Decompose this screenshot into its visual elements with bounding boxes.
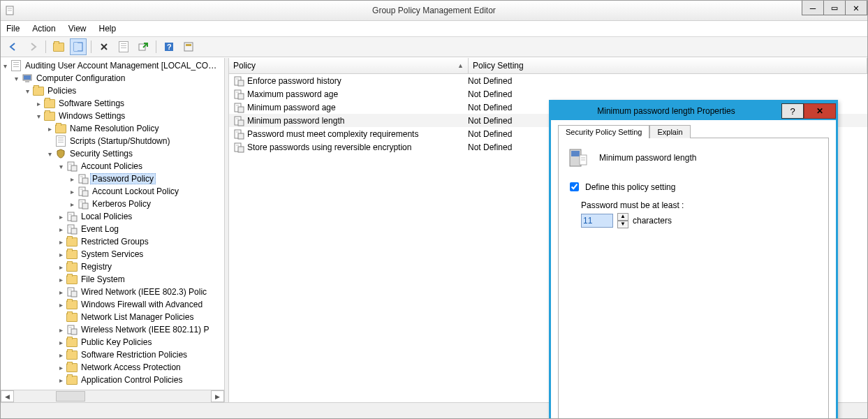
- tree-node[interactable]: ▸Software Settings: [1, 97, 225, 110]
- doc-icon: [55, 135, 66, 147]
- scroll-left-button[interactable]: ◀: [1, 390, 14, 402]
- tree-node[interactable]: ▸Software Restriction Policies: [1, 348, 225, 361]
- list-header: Policy ▲ Policy Setting: [229, 58, 867, 74]
- dialog-help-button[interactable]: ?: [781, 103, 804, 119]
- policy-icon: [233, 89, 244, 100]
- tree-node[interactable]: ▸Event Log: [1, 223, 225, 235]
- svg-rect-26: [71, 216, 77, 221]
- tree-node[interactable]: ▾Windows Settings: [1, 110, 225, 122]
- svg-rect-9: [186, 44, 191, 46]
- tree-node[interactable]: Scripts (Startup/Shutdown): [1, 135, 225, 147]
- tree-node[interactable]: ▸Kerberos Policy: [1, 198, 225, 210]
- pol-icon: [78, 173, 89, 184]
- svg-rect-53: [238, 147, 244, 152]
- pc-icon: [22, 73, 33, 84]
- folder-icon: [66, 236, 78, 247]
- pol-icon: [66, 286, 78, 297]
- sort-asc-icon: ▲: [457, 62, 464, 69]
- maximize-button[interactable]: ▭: [823, 1, 846, 15]
- dialog-close-button[interactable]: ✕: [804, 103, 836, 119]
- col-policy-setting[interactable]: Policy Setting: [469, 58, 867, 73]
- tree-node[interactable]: ▸Password Policy: [1, 172, 225, 185]
- policy-icon: [233, 142, 244, 153]
- svg-rect-47: [238, 120, 244, 126]
- tab-security-policy-setting[interactable]: Security Policy Setting: [558, 125, 649, 138]
- unit-label: characters: [633, 216, 672, 226]
- folder-icon: [66, 374, 78, 385]
- tree-node[interactable]: ▾Policies: [1, 84, 225, 97]
- menu-file[interactable]: File: [6, 24, 20, 34]
- pol-icon: [66, 223, 78, 235]
- rule-label: Password must be at least :: [581, 200, 820, 210]
- spin-down-button[interactable]: ▼: [617, 221, 628, 228]
- delete-button[interactable]: [96, 38, 112, 55]
- policy-name-label: Minimum password length: [599, 153, 696, 163]
- tree-node[interactable]: ▸Registry: [1, 260, 225, 273]
- svg-rect-38: [238, 80, 244, 86]
- dialog-title: Minimum password length Properties: [551, 106, 781, 116]
- menu-help[interactable]: Help: [99, 24, 117, 34]
- scroll-right-button[interactable]: ▶: [211, 390, 224, 402]
- properties-button[interactable]: [115, 38, 132, 55]
- folder-icon: [66, 311, 78, 323]
- tree-node[interactable]: ▸Local Policies: [1, 210, 225, 223]
- menu-view[interactable]: View: [68, 24, 87, 34]
- tree-node[interactable]: ▸Account Lockout Policy: [1, 185, 225, 198]
- dialog-titlebar[interactable]: Minimum password length Properties ? ✕: [551, 102, 836, 120]
- folder-icon: [66, 362, 78, 373]
- spin-up-button[interactable]: ▲: [617, 213, 628, 221]
- min-length-input[interactable]: [581, 214, 613, 228]
- tree-node[interactable]: ▸Application Control Policies: [1, 374, 225, 386]
- tab-explain[interactable]: Explain: [649, 125, 690, 138]
- filter-button[interactable]: [180, 38, 197, 55]
- tree-node[interactable]: ▸File System: [1, 273, 225, 286]
- tree-root[interactable]: ▾ Auditing User Account Management [LOCA…: [1, 59, 225, 72]
- tree-node[interactable]: ▸Windows Firewall with Advanced: [1, 298, 225, 311]
- tree-node[interactable]: ▸Network Access Protection: [1, 361, 225, 374]
- folder-icon: [44, 98, 55, 109]
- col-policy[interactable]: Policy ▲: [229, 58, 469, 73]
- svg-text:?: ?: [167, 43, 172, 51]
- tree-node[interactable]: Network List Manager Policies: [1, 311, 225, 323]
- folder-icon: [44, 110, 55, 122]
- scroll-hbar[interactable]: [14, 391, 211, 402]
- tree-node[interactable]: ▸Name Resolution Policy: [1, 122, 225, 135]
- pol-icon: [66, 324, 78, 335]
- tree-node[interactable]: ▸Wireless Network (IEEE 802.11) P: [1, 323, 225, 336]
- tree-node[interactable]: ▸Public Key Policies: [1, 336, 225, 348]
- show-tree-button[interactable]: [70, 38, 87, 55]
- minimize-button[interactable]: —: [802, 1, 824, 15]
- tree-pane[interactable]: ▾ Auditing User Account Management [LOCA…: [1, 58, 225, 402]
- help-button[interactable]: ?: [161, 38, 177, 55]
- body: ▾ Auditing User Account Management [LOCA…: [1, 57, 867, 402]
- policy-row[interactable]: Enforce password historyNot Defined: [229, 74, 867, 87]
- policy-icon: [567, 147, 589, 169]
- nav-back-button[interactable]: [5, 38, 22, 55]
- menu-action[interactable]: Action: [32, 24, 55, 34]
- policy-icon: [233, 75, 244, 87]
- pol-icon: [78, 198, 89, 210]
- policy-row[interactable]: Maximum password ageNot Defined: [229, 87, 867, 101]
- define-policy-checkbox[interactable]: [570, 182, 579, 191]
- tree-node[interactable]: ▸System Services: [1, 248, 225, 260]
- window-title: Group Policy Management Editor: [1, 6, 867, 15]
- svg-rect-20: [82, 191, 88, 196]
- folder-icon: [55, 123, 66, 134]
- export-button[interactable]: [135, 38, 152, 55]
- svg-rect-23: [82, 203, 88, 209]
- tree-node[interactable]: ▾Security Settings: [1, 147, 225, 160]
- tab-panel: Minimum password length Define this poli…: [558, 138, 829, 419]
- up-folder-button[interactable]: [50, 38, 67, 55]
- tree-node[interactable]: ▸Wired Network (IEEE 802.3) Polic: [1, 286, 225, 298]
- tree-node[interactable]: ▾Computer Configuration: [1, 72, 225, 84]
- tree-node[interactable]: ▸Restricted Groups: [1, 235, 225, 248]
- folder-icon: [66, 299, 78, 310]
- svg-rect-29: [71, 228, 77, 234]
- svg-rect-11: [24, 75, 31, 80]
- folder-icon: [66, 261, 78, 272]
- folder-icon: [33, 85, 44, 96]
- close-button[interactable]: ✕: [845, 1, 867, 15]
- dialog-tabs: Security Policy Setting Explain: [558, 124, 829, 138]
- nav-forward-button[interactable]: [24, 38, 41, 55]
- tree-node[interactable]: ▾Account Policies: [1, 160, 225, 172]
